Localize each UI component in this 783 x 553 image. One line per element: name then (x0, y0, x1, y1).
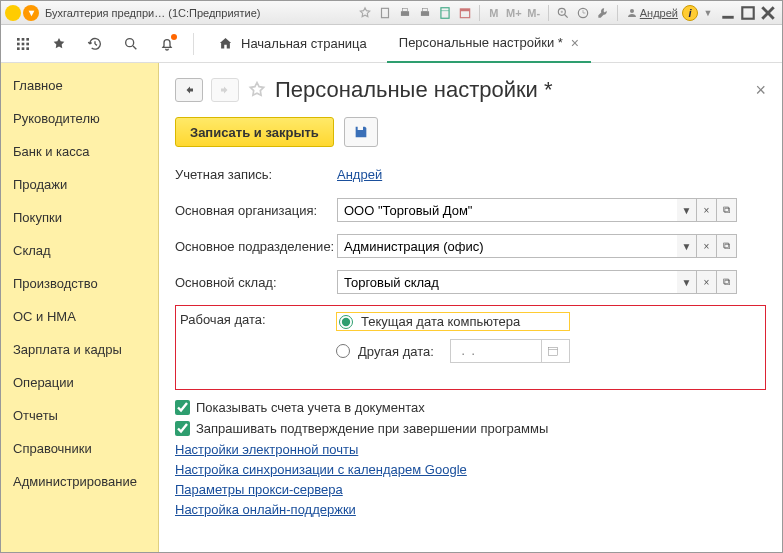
wh-dropdown-button[interactable]: ▼ (677, 270, 697, 294)
svg-point-32 (126, 38, 134, 46)
svg-rect-2 (402, 8, 407, 11)
dept-input[interactable] (337, 234, 677, 258)
google-sync-link[interactable]: Настройка синхронизации с календарем Goo… (175, 462, 467, 477)
bell-icon[interactable] (153, 30, 181, 58)
svg-rect-26 (26, 42, 29, 45)
nav-admin[interactable]: Администрирование (1, 465, 158, 498)
show-accounts-label: Показывать счета учета в документах (196, 400, 425, 415)
main-toolbar: Начальная страница Персональные настройк… (1, 25, 782, 63)
proxy-settings-link[interactable]: Параметры прокси-сервера (175, 482, 343, 497)
nav-sales[interactable]: Продажи (1, 168, 158, 201)
svg-rect-18 (742, 7, 753, 18)
svg-rect-4 (422, 8, 427, 11)
org-combo: ▼ × ⧉ (337, 198, 737, 222)
dept-label: Основное подразделение: (175, 239, 337, 254)
save-button[interactable] (344, 117, 378, 147)
nav-reports[interactable]: Отчеты (1, 399, 158, 432)
org-input[interactable] (337, 198, 677, 222)
apps-icon[interactable] (9, 30, 37, 58)
nav-reference[interactable]: Справочники (1, 432, 158, 465)
tb-favorite-icon[interactable] (356, 5, 374, 21)
content-area: Персональные настройки * × Записать и за… (159, 63, 782, 553)
tb-tool-icon[interactable] (594, 5, 612, 21)
tb-info-icon[interactable]: i (682, 5, 698, 21)
home-icon (218, 36, 233, 51)
back-button[interactable] (175, 78, 203, 102)
tb-mminus-icon[interactable]: M- (525, 5, 543, 21)
search-icon[interactable] (117, 30, 145, 58)
svg-rect-0 (381, 8, 388, 17)
workdate-other-label: Другая дата: (358, 344, 434, 359)
org-clear-button[interactable]: × (697, 198, 717, 222)
star-icon[interactable] (45, 30, 73, 58)
workdate-label: Рабочая дата: (180, 312, 336, 327)
tb-calc-icon[interactable] (436, 5, 454, 21)
org-open-button[interactable]: ⧉ (717, 198, 737, 222)
tb-clock-icon[interactable] (574, 5, 592, 21)
calendar-icon[interactable] (541, 340, 565, 362)
nav-payroll[interactable]: Зарплата и кадры (1, 333, 158, 366)
window-titlebar: ▾ Бухгалтерия предпри… (1С:Предприятие) … (1, 1, 782, 25)
wh-clear-button[interactable]: × (697, 270, 717, 294)
workdate-current-radio[interactable] (339, 315, 353, 329)
nav-purchases[interactable]: Покупки (1, 201, 158, 234)
tb-user-link[interactable]: Андрей (626, 7, 678, 19)
nav-manager[interactable]: Руководителю (1, 102, 158, 135)
org-label: Основная организация: (175, 203, 337, 218)
tb-m-icon[interactable]: M (485, 5, 503, 21)
dept-clear-button[interactable]: × (697, 234, 717, 258)
show-accounts-checkbox[interactable] (175, 400, 190, 415)
tab-personal-settings[interactable]: Персональные настройки * × (387, 25, 591, 63)
user-icon (626, 7, 638, 19)
history-icon[interactable] (81, 30, 109, 58)
account-label: Учетная запись: (175, 167, 337, 182)
window-close-button[interactable] (758, 5, 778, 21)
workdate-other-radio[interactable] (336, 344, 350, 358)
page-close-button[interactable]: × (755, 80, 766, 101)
org-dropdown-button[interactable]: ▼ (677, 198, 697, 222)
window-minimize-button[interactable] (718, 5, 738, 21)
svg-rect-22 (22, 38, 25, 41)
svg-rect-5 (441, 7, 449, 18)
save-close-button[interactable]: Записать и закрыть (175, 117, 334, 147)
tab-personal-settings-label: Персональные настройки * (399, 35, 563, 50)
nav-assets[interactable]: ОС и НМА (1, 300, 158, 333)
svg-rect-21 (17, 38, 20, 41)
workdate-date-input[interactable] (451, 340, 541, 362)
tb-print2-icon[interactable] (416, 5, 434, 21)
tab-close-icon[interactable]: × (571, 35, 579, 51)
account-link[interactable]: Андрей (337, 167, 382, 182)
tab-home[interactable]: Начальная страница (206, 25, 379, 63)
page-title: Персональные настройки * (275, 77, 553, 103)
svg-rect-27 (17, 47, 20, 50)
wh-open-button[interactable]: ⧉ (717, 270, 737, 294)
dept-open-button[interactable]: ⧉ (717, 234, 737, 258)
nav-warehouse[interactable]: Склад (1, 234, 158, 267)
favorite-toggle-icon[interactable] (247, 80, 267, 100)
wh-input[interactable] (337, 270, 677, 294)
workdate-panel: Рабочая дата: Текущая дата компьютера Др… (175, 305, 766, 390)
tb-mplus-icon[interactable]: M+ (505, 5, 523, 21)
online-support-link[interactable]: Настройка онлайн-поддержки (175, 502, 356, 517)
nav-production[interactable]: Производство (1, 267, 158, 300)
forward-button[interactable] (211, 78, 239, 102)
dept-dropdown-button[interactable]: ▼ (677, 234, 697, 258)
svg-rect-3 (421, 11, 429, 16)
nav-operations[interactable]: Операции (1, 366, 158, 399)
svg-line-33 (133, 46, 136, 49)
window-maximize-button[interactable] (738, 5, 758, 21)
wh-label: Основной склад: (175, 275, 337, 290)
tb-clipboard-icon[interactable] (376, 5, 394, 21)
confirm-exit-checkbox[interactable] (175, 421, 190, 436)
nav-bank[interactable]: Банк и касса (1, 135, 158, 168)
svg-line-10 (565, 14, 568, 17)
tb-print-icon[interactable] (396, 5, 414, 21)
tb-calendar-icon[interactable] (456, 5, 474, 21)
svg-rect-28 (22, 47, 25, 50)
tb-zoom-icon[interactable] (554, 5, 572, 21)
tb-info-drop-icon[interactable]: ▼ (699, 5, 717, 21)
dropdown-icon[interactable]: ▾ (23, 5, 39, 21)
email-settings-link[interactable]: Настройки электронной почты (175, 442, 358, 457)
nav-main[interactable]: Главное (1, 69, 158, 102)
svg-rect-24 (17, 42, 20, 45)
